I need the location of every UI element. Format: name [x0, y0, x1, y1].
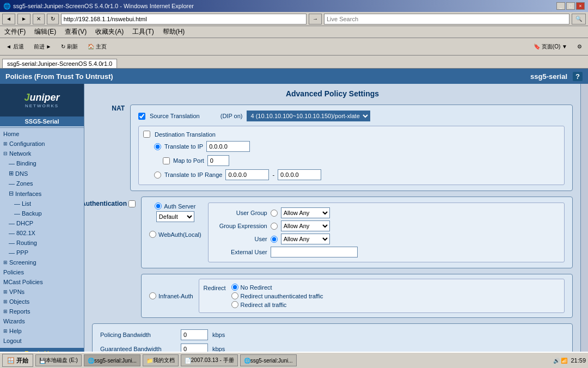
search-input[interactable]	[324, 14, 569, 24]
redirect-all-label: Redirect all traffic	[241, 302, 287, 308]
start-button[interactable]: 🪟 开始	[2, 354, 33, 367]
authentication-section: Authentication	[92, 197, 573, 268]
sidebar-item-policies[interactable]: Policies	[0, 267, 84, 277]
dip-select[interactable]: 4 (10.10.10.100~10.10.10.150)/port-xlate	[247, 111, 370, 121]
redirect-all-row: Redirect all traffic	[231, 301, 323, 308]
sidebar-item-zones[interactable]: —Zones	[0, 179, 84, 188]
redirect-all-radio[interactable]	[231, 301, 238, 308]
sidebar-item-list[interactable]: —List	[0, 199, 84, 208]
sidebar-item-objects[interactable]: ⊞Objects	[0, 297, 84, 306]
toolbar-refresh[interactable]: ↻ 刷新	[57, 40, 82, 54]
close-button[interactable]: ×	[576, 2, 585, 10]
ip-range-end-input[interactable]	[278, 169, 321, 180]
taskbar-item-ssg1[interactable]: 🌐 ssg5-serial:Juni...	[84, 354, 140, 366]
sidebar-item-screening[interactable]: ⊞Screening	[0, 257, 84, 267]
ip-range-start-input[interactable]	[225, 169, 269, 180]
system-tray: 🔊 📶	[553, 358, 568, 364]
menu-edit[interactable]: 编辑(E)	[32, 27, 58, 37]
policing-bandwidth-input[interactable]	[181, 329, 208, 340]
sidebar-item-8021x[interactable]: —802.1X	[0, 228, 84, 238]
redirect-unauth-row: Redirect unauthenticated traffic	[231, 292, 323, 299]
sidebar-item-routing[interactable]: —Routing	[0, 238, 84, 248]
sidebar-item-backup[interactable]: —Backup	[0, 208, 84, 218]
forward-button[interactable]: ►	[17, 14, 30, 24]
browser-tab[interactable]: ssg5-serial:Juniper-ScreenOS 5.4.0r1.0	[2, 59, 117, 68]
group-expression-radio[interactable]	[271, 223, 278, 230]
back-button[interactable]: ◄	[2, 14, 15, 24]
go-button[interactable]: →	[309, 14, 322, 24]
destination-translation-section: Destination Translation Translate to IP	[138, 126, 565, 185]
webauth-label: WebAuth(Local)	[158, 231, 201, 238]
map-to-port-input[interactable]	[207, 155, 229, 166]
toolbar-forward[interactable]: 前进 ►	[30, 40, 56, 54]
group-expression-select[interactable]: Allow Any	[281, 220, 330, 231]
sidebar-item-dhcp[interactable]: —DHCP	[0, 218, 84, 228]
toolbar-tools[interactable]: ⚙	[573, 40, 586, 54]
manual-icon: 📄	[185, 358, 191, 364]
infranet-radio[interactable]	[149, 292, 156, 299]
map-to-port-checkbox[interactable]	[163, 157, 170, 164]
search-button[interactable]: 🔍	[572, 14, 586, 24]
sidebar-item-home[interactable]: Home	[0, 129, 84, 139]
toolbar-back[interactable]: ◄ 后退	[2, 40, 28, 54]
user-group-select[interactable]: Allow Any	[281, 207, 330, 218]
authentication-checkbox[interactable]	[128, 200, 136, 207]
url-input[interactable]	[61, 14, 307, 24]
toolbar-home[interactable]: 🏠 主页	[84, 40, 111, 54]
minimize-button[interactable]: _	[556, 2, 565, 10]
user-group-label: User Group	[213, 210, 267, 216]
window-title: ssg5-serial:Juniper-ScreenOS 5.4.0r1.0 -…	[13, 3, 194, 9]
sidebar-item-reports[interactable]: ⊞Reports	[0, 306, 84, 316]
sidebar-item-dns[interactable]: ⊞DNS	[0, 168, 84, 179]
taskbar-right: 🔊 📶 21:59	[553, 357, 586, 364]
logo-sub: NETWORKS	[25, 103, 59, 108]
help-icon[interactable]: ?	[573, 72, 583, 81]
toolbar-page[interactable]: 🔖 页面(O) ▼	[530, 40, 571, 54]
sidebar-item-wizards[interactable]: Wizards	[0, 316, 84, 326]
sidebar-item-logout[interactable]: Logout	[0, 336, 84, 346]
menu-favorites[interactable]: 收藏夹(A)	[93, 27, 126, 37]
sidebar-item-vpns[interactable]: ⊞VPNs	[0, 287, 84, 297]
stop-button[interactable]: ✕	[33, 14, 45, 24]
webauth-radio[interactable]	[149, 231, 156, 238]
window-controls[interactable]: _ □ ×	[556, 2, 585, 10]
taskbar-item-manual[interactable]: 📄 2007.03.13 - 手册	[181, 354, 238, 366]
source-translation-label: Source Translation	[150, 113, 200, 119]
translate-to-ip-radio[interactable]	[154, 143, 161, 150]
sidebar-item-interfaces[interactable]: ⊟Interfaces	[0, 188, 84, 199]
menu-file[interactable]: 文件(F)	[2, 27, 28, 37]
sidebar-item-mcast[interactable]: MCast Policies	[0, 277, 84, 287]
home-label: Home	[3, 131, 19, 137]
app-container: Policies (From Trust To Untrust) ssg5-se…	[0, 69, 588, 368]
sidebar-item-ppp[interactable]: —PPP	[0, 248, 84, 257]
no-redirect-radio[interactable]	[231, 284, 238, 291]
user-select[interactable]: Allow Any	[281, 234, 330, 244]
auth-server-radio[interactable]	[155, 203, 162, 210]
translate-to-ip-range-radio[interactable]	[154, 171, 161, 179]
translate-to-ip-input[interactable]	[206, 141, 250, 152]
sidebar-item-configuration[interactable]: ⊞Configuration	[0, 139, 84, 149]
auth-server-select[interactable]: Default	[156, 211, 194, 222]
sidebar-item-network[interactable]: ⊟Network	[0, 149, 84, 158]
taskbar-item-ssg2[interactable]: 🌐 ssg5-serial:Juni...	[240, 354, 297, 366]
nat-content: Source Translation (DIP on) 4 (10.10.10.…	[130, 105, 573, 191]
source-translation-checkbox[interactable]	[138, 113, 145, 120]
menu-help[interactable]: 帮助(H)	[161, 27, 187, 37]
menu-tools[interactable]: 工具(T)	[130, 27, 156, 37]
user-radio[interactable]	[271, 236, 278, 243]
sidebar-item-help[interactable]: ⊞Help	[0, 326, 84, 336]
menu-view[interactable]: 查看(V)	[63, 27, 89, 37]
user-group-radio[interactable]	[271, 210, 278, 217]
clock: 21:59	[571, 357, 586, 364]
maximize-button[interactable]: □	[566, 2, 575, 10]
taskbar-item-disk[interactable]: 💾 本地磁盘 (E:)	[35, 354, 82, 366]
destination-translation-checkbox[interactable]	[143, 131, 150, 138]
main-layout: Juniper NETWORKS SSG5-Serial Home ⊞Confi…	[0, 84, 588, 368]
taskbar-item-docs[interactable]: 📁 我的文档	[143, 354, 179, 366]
auth-user-section: User Group Allow Any Group Expression	[208, 203, 565, 262]
scrollbar[interactable]	[580, 84, 588, 368]
sidebar-item-binding[interactable]: —Binding	[0, 158, 84, 168]
external-user-input[interactable]	[271, 247, 358, 257]
redirect-unauth-radio[interactable]	[231, 292, 238, 299]
refresh-button[interactable]: ↻	[47, 14, 59, 24]
